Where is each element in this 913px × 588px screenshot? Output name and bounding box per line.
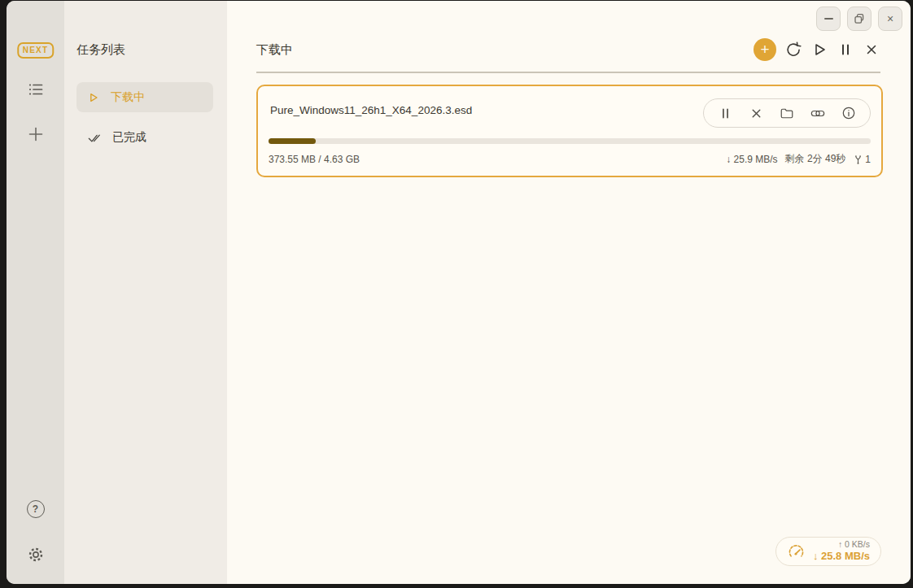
settings-button[interactable] [27, 546, 45, 564]
new-task-button[interactable] [27, 125, 45, 143]
task-stats: 373.55 MB / 4.63 GB ↓ 25.9 MB/s 剩余 2分 49… [269, 152, 871, 166]
connections-count: 1 [865, 154, 871, 165]
help-icon: ? [27, 500, 45, 518]
link-icon [810, 106, 825, 121]
speed-stats: ↓ 25.9 MB/s 剩余 2分 49秒 [726, 152, 871, 166]
global-speed-widget[interactable]: ↑ 0 KB/s ↓ 25.8 MB/s [775, 537, 881, 566]
icon-rail: NEXT [7, 1, 64, 584]
cancel-all-button[interactable] [863, 41, 880, 59]
connections-indicator: 1 [853, 154, 871, 165]
task-actions [703, 98, 871, 128]
sidebar-item-label: 已完成 [112, 130, 146, 145]
restore-icon [854, 13, 865, 24]
progress-bar [269, 138, 871, 144]
refresh-button[interactable] [784, 41, 802, 59]
task-list-icon [27, 81, 45, 98]
download-speed-text: ↓ 25.9 MB/s [726, 154, 777, 165]
pause-task-button[interactable] [718, 106, 732, 120]
up-arrow-icon: ↑ [838, 539, 842, 549]
download-task-card[interactable]: Pure_Windows11_26h1_X64_2026.3.esd [256, 85, 883, 177]
info-icon [841, 106, 856, 120]
task-filename: Pure_Windows11_26h1_X64_2026.3.esd [270, 104, 472, 116]
sidebar-item-downloading[interactable]: 下载中 [76, 82, 213, 112]
pause-all-button[interactable] [837, 41, 854, 59]
app-window: × NEXT [7, 1, 911, 584]
toolbar: + [754, 38, 880, 61]
upload-speed-value: 0 KB/s [845, 539, 870, 549]
speed-value: 25.9 MB/s [734, 154, 778, 165]
task-panel: 任务列表 下载中 已完成 [64, 1, 227, 584]
page-title: 下载中 [256, 42, 293, 58]
speed-readout: ↑ 0 KB/s ↓ 25.8 MB/s [813, 539, 870, 563]
download-speed-total: ↓ 25.8 MB/s [813, 550, 870, 563]
close-window-button[interactable]: × [878, 7, 902, 31]
restore-button[interactable] [847, 7, 872, 31]
close-icon [863, 41, 880, 58]
header-divider [256, 72, 880, 73]
pause-icon [837, 41, 854, 58]
panel-title: 任务列表 [76, 42, 125, 58]
refresh-icon [784, 41, 802, 59]
open-folder-button[interactable] [780, 106, 794, 120]
cancel-task-button[interactable] [749, 106, 763, 120]
question-glyph: ? [33, 503, 38, 515]
plus-icon [27, 125, 45, 143]
upload-speed-text: ↑ 0 KB/s [838, 539, 870, 550]
down-arrow-icon: ↓ [726, 154, 731, 165]
plus-glyph: + [760, 41, 769, 57]
remaining-time-text: 剩余 2分 49秒 [785, 152, 846, 166]
folder-icon [780, 106, 794, 121]
add-download-button[interactable]: + [754, 38, 776, 61]
play-icon [87, 91, 100, 104]
download-speed-value: 25.8 MB/s [821, 550, 870, 562]
connections-icon [853, 154, 863, 165]
gear-icon [27, 546, 45, 564]
close-icon [749, 107, 763, 120]
task-list-button[interactable] [27, 81, 45, 98]
close-icon: × [887, 13, 893, 24]
window-controls: × [816, 7, 902, 31]
play-icon [811, 41, 828, 58]
sidebar-item-completed[interactable]: 已完成 [76, 122, 213, 152]
minimize-icon [824, 18, 833, 20]
main-area: 下载中 + [227, 1, 911, 584]
double-check-icon [87, 131, 102, 144]
minimize-button[interactable] [816, 7, 841, 31]
pause-icon [719, 107, 732, 120]
resume-all-button[interactable] [810, 41, 828, 59]
sidebar-item-label: 下载中 [111, 90, 145, 105]
size-progress-text: 373.55 MB / 4.63 GB [269, 154, 360, 165]
speedometer-icon [787, 542, 806, 561]
app-logo: NEXT [17, 42, 54, 59]
progress-fill [269, 138, 316, 144]
help-button[interactable]: ? [27, 500, 45, 518]
down-arrow-icon: ↓ [813, 550, 819, 562]
task-info-button[interactable] [841, 106, 856, 120]
copy-link-button[interactable] [810, 106, 825, 120]
